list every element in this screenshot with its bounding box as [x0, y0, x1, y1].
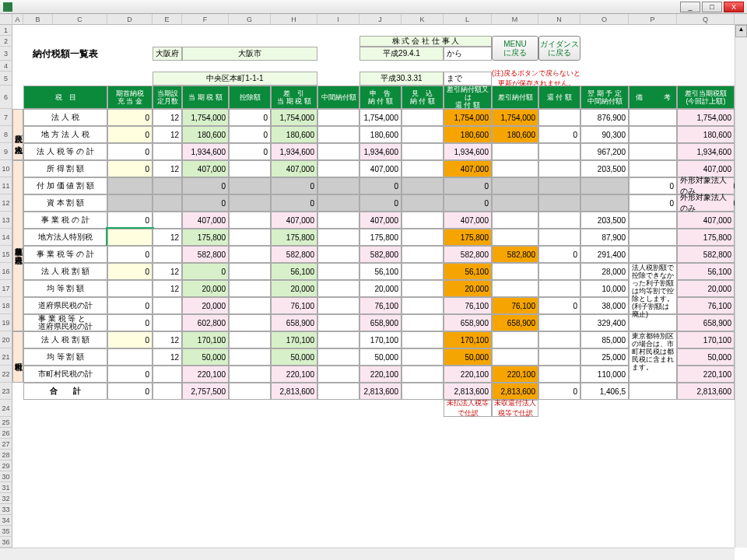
data-cell[interactable]: 175,800 — [182, 229, 229, 246]
data-cell[interactable] — [538, 109, 580, 126]
data-cell[interactable] — [492, 263, 538, 280]
row-header[interactable]: 26 — [0, 428, 12, 439]
data-cell[interactable]: 20,000 — [182, 280, 229, 297]
data-cell[interactable]: 0 — [271, 194, 317, 212]
col-header[interactable]: N — [538, 14, 580, 24]
data-cell[interactable] — [107, 177, 153, 194]
data-cell[interactable] — [317, 126, 359, 143]
data-cell[interactable] — [538, 177, 580, 194]
data-cell[interactable] — [402, 212, 444, 229]
data-cell[interactable]: 12 — [153, 331, 182, 348]
data-cell[interactable] — [317, 280, 359, 297]
data-cell[interactable] — [629, 126, 677, 143]
data-cell[interactable]: 76,100 — [359, 297, 402, 314]
data-cell[interactable]: 20,000 — [182, 297, 229, 314]
data-cell[interactable] — [153, 246, 182, 263]
data-cell[interactable]: 12 — [153, 348, 182, 366]
data-cell[interactable] — [492, 160, 538, 177]
data-cell[interactable]: 220,100 — [359, 366, 402, 383]
data-cell[interactable]: 50,000 — [359, 348, 402, 366]
row-header[interactable]: 11 — [0, 177, 12, 194]
data-cell[interactable] — [317, 383, 359, 400]
menu-button[interactable]: MENU に戻る — [492, 36, 538, 61]
row-header[interactable]: 21 — [0, 348, 12, 366]
data-cell[interactable] — [629, 143, 677, 160]
data-cell[interactable]: 0 — [444, 194, 492, 212]
data-cell[interactable] — [538, 366, 580, 383]
data-cell[interactable]: 582,800 — [444, 246, 492, 263]
data-cell[interactable]: 170,100 — [677, 331, 735, 348]
data-cell[interactable]: 85,000 — [580, 331, 629, 348]
col-header[interactable]: P — [629, 14, 677, 24]
data-cell[interactable] — [229, 366, 271, 383]
data-cell[interactable]: 12 — [153, 109, 182, 126]
data-cell[interactable]: 1,754,000 — [677, 109, 735, 126]
data-cell[interactable] — [317, 348, 359, 366]
data-cell[interactable]: 2,813,600 — [359, 383, 402, 400]
data-cell[interactable] — [538, 314, 580, 331]
worksheet[interactable]: 1234567891011121314151617181920212223242… — [0, 25, 747, 548]
data-cell[interactable]: 407,000 — [359, 160, 402, 177]
row-header[interactable]: 18 — [0, 297, 12, 314]
data-cell[interactable]: 0 — [271, 177, 317, 194]
data-cell[interactable]: 76,100 — [444, 297, 492, 314]
data-cell[interactable]: 1,754,000 — [271, 109, 317, 126]
col-header[interactable]: C — [53, 14, 107, 24]
row-header[interactable]: 27 — [0, 439, 12, 450]
col-header[interactable]: M — [492, 14, 538, 24]
data-cell[interactable]: 25,000 — [580, 348, 629, 366]
data-cell[interactable]: 1,934,600 — [677, 143, 735, 160]
row-header[interactable]: 35 — [0, 526, 12, 537]
data-cell[interactable]: 876,900 — [580, 109, 629, 126]
data-cell[interactable] — [402, 177, 444, 194]
data-cell[interactable] — [317, 297, 359, 314]
row-header[interactable]: 13 — [0, 212, 12, 229]
data-cell[interactable]: 220,100 — [677, 366, 735, 383]
data-cell[interactable] — [153, 143, 182, 160]
data-cell[interactable] — [492, 331, 538, 348]
data-cell[interactable]: 180,600 — [359, 126, 402, 143]
data-cell[interactable] — [107, 348, 153, 366]
data-cell[interactable]: 582,800 — [492, 246, 538, 263]
minimize-button[interactable]: _ — [680, 2, 700, 12]
data-cell[interactable] — [402, 348, 444, 366]
data-cell[interactable]: 0 — [229, 126, 271, 143]
data-cell[interactable]: 76,100 — [271, 297, 317, 314]
data-cell[interactable]: 50,000 — [271, 348, 317, 366]
data-cell[interactable]: 180,600 — [444, 126, 492, 143]
data-cell[interactable]: 0 — [629, 177, 677, 194]
data-cell[interactable] — [317, 314, 359, 331]
data-cell[interactable]: 2,813,600 — [271, 383, 317, 400]
data-cell[interactable]: 2,813,600 — [492, 383, 538, 400]
data-cell[interactable]: 0 — [229, 109, 271, 126]
row-header[interactable]: 4 — [0, 61, 12, 72]
data-cell[interactable] — [492, 280, 538, 297]
row-header[interactable]: 32 — [0, 493, 12, 504]
data-cell[interactable]: 291,400 — [580, 246, 629, 263]
data-cell[interactable]: 582,800 — [359, 246, 402, 263]
data-cell[interactable] — [317, 229, 359, 246]
data-cell[interactable]: 967,200 — [580, 143, 629, 160]
data-cell[interactable] — [317, 246, 359, 263]
row-header[interactable]: 20 — [0, 331, 12, 348]
data-cell[interactable] — [402, 126, 444, 143]
col-header[interactable]: O — [580, 14, 629, 24]
col-header[interactable] — [0, 14, 12, 24]
row-header[interactable]: 10 — [0, 160, 12, 177]
data-cell[interactable] — [153, 177, 182, 194]
data-cell[interactable]: 1,934,600 — [271, 143, 317, 160]
data-cell[interactable]: 582,800 — [271, 246, 317, 263]
data-cell[interactable] — [538, 229, 580, 246]
row-header[interactable]: 8 — [0, 126, 12, 143]
data-cell[interactable] — [492, 177, 538, 194]
data-cell[interactable] — [229, 194, 271, 212]
data-cell[interactable] — [229, 212, 271, 229]
row-header[interactable]: 28 — [0, 450, 12, 460]
row-header[interactable]: 2 — [0, 36, 12, 47]
guidance-button[interactable]: ガイダンス に戻る — [538, 36, 580, 61]
data-cell[interactable]: 658,900 — [271, 314, 317, 331]
col-header[interactable]: H — [271, 14, 317, 24]
data-cell[interactable]: 87,900 — [580, 229, 629, 246]
data-cell[interactable]: 407,000 — [271, 212, 317, 229]
data-cell[interactable] — [153, 297, 182, 314]
